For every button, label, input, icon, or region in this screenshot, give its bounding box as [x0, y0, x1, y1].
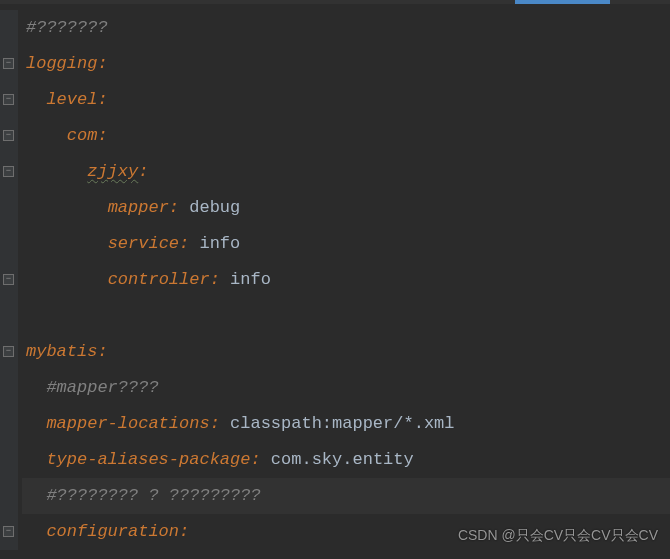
yaml-key: type-aliases-package [46, 450, 250, 469]
code-line[interactable]: logging: [22, 46, 670, 82]
yaml-value: debug [189, 198, 240, 217]
fold-icon[interactable]: − [3, 274, 14, 285]
yaml-value: com.sky.entity [271, 450, 414, 469]
yaml-value: info [230, 270, 271, 289]
code-line[interactable]: com: [22, 118, 670, 154]
yaml-value: info [199, 234, 240, 253]
yaml-key: configuration [46, 522, 179, 541]
code-line[interactable]: controller: info [22, 262, 670, 298]
yaml-key: mapper-locations [46, 414, 209, 433]
fold-icon[interactable]: − [3, 346, 14, 357]
code-line[interactable]: #mapper???? [22, 370, 670, 406]
yaml-value: classpath:mapper/*.xml [230, 414, 454, 433]
yaml-key: com [67, 126, 98, 145]
code-line[interactable]: #??????? [22, 10, 670, 46]
code-line[interactable] [22, 298, 670, 334]
yaml-key: mapper [108, 198, 169, 217]
fold-icon[interactable]: − [3, 94, 14, 105]
colon: : [97, 342, 107, 361]
code-line[interactable]: level: [22, 82, 670, 118]
colon: : [210, 414, 220, 433]
gutter: − − − − − − − [0, 10, 18, 550]
colon: : [138, 162, 148, 181]
yaml-key: controller [108, 270, 210, 289]
colon: : [97, 126, 107, 145]
colon: : [97, 90, 107, 109]
yaml-key: service [108, 234, 179, 253]
code-line[interactable]: service: info [22, 226, 670, 262]
yaml-comment: #mapper???? [46, 378, 158, 397]
code-line[interactable]: mybatis: [22, 334, 670, 370]
yaml-key: zjjxy [87, 162, 138, 181]
fold-icon[interactable]: − [3, 166, 14, 177]
code-line[interactable]: mapper-locations: classpath:mapper/*.xml [22, 406, 670, 442]
code-line[interactable]: mapper: debug [22, 190, 670, 226]
fold-icon[interactable]: − [3, 526, 14, 537]
yaml-comment: #??????? [26, 18, 108, 37]
yaml-key: mybatis [26, 342, 97, 361]
colon: : [97, 54, 107, 73]
watermark: CSDN @只会CV只会CV只会CV [458, 517, 658, 553]
yaml-key: level [46, 90, 97, 109]
colon: : [250, 450, 260, 469]
colon: : [210, 270, 220, 289]
code-line[interactable]: zjjxy: [22, 154, 670, 190]
colon: : [179, 522, 189, 541]
fold-icon[interactable]: − [3, 58, 14, 69]
yaml-key: logging [26, 54, 97, 73]
fold-icon[interactable]: − [3, 130, 14, 141]
code-line[interactable]: #???????? ? ????????? [22, 478, 670, 514]
yaml-comment: #???????? ? ????????? [46, 486, 260, 505]
code-editor[interactable]: − − − − − − − #??????? logging: level: c… [0, 4, 670, 550]
code-line[interactable]: type-aliases-package: com.sky.entity [22, 442, 670, 478]
colon: : [169, 198, 179, 217]
colon: : [179, 234, 189, 253]
